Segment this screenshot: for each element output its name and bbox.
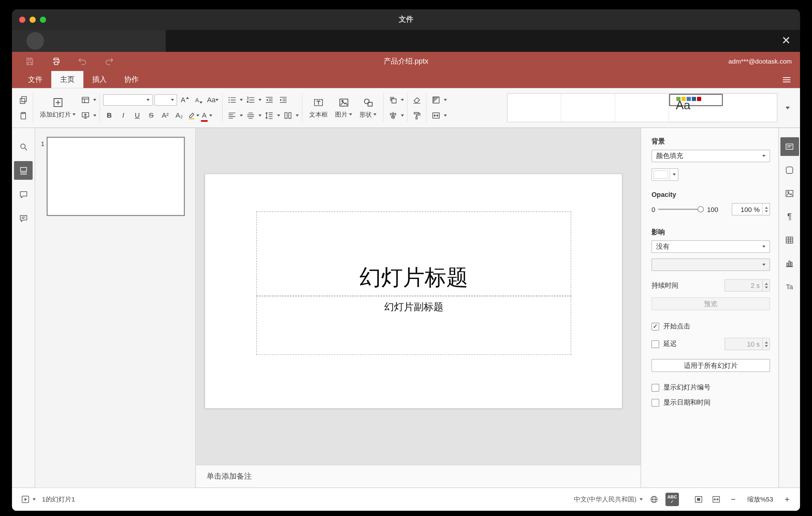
spinner-arrows-icon[interactable] bbox=[762, 338, 770, 350]
strikethrough-icon[interactable]: S bbox=[145, 109, 157, 122]
theme-cell[interactable] bbox=[561, 94, 615, 122]
decrease-font-icon[interactable]: A bbox=[193, 94, 205, 106]
maximize-traffic-light[interactable] bbox=[40, 17, 46, 23]
copy-style-icon[interactable] bbox=[411, 109, 423, 122]
show-slide-number-checkbox[interactable]: 显示幻灯片编号 bbox=[651, 383, 770, 392]
divider bbox=[33, 93, 33, 122]
align-shape-icon[interactable] bbox=[387, 109, 399, 122]
fit-width-icon[interactable] bbox=[710, 493, 722, 506]
italic-icon[interactable]: I bbox=[117, 109, 129, 122]
minimize-traffic-light[interactable] bbox=[30, 17, 36, 23]
show-date-time-checkbox[interactable]: 显示日期和时间 bbox=[651, 398, 770, 407]
fit-slide-icon[interactable] bbox=[692, 493, 705, 506]
paragraph-settings-icon[interactable]: ¶ bbox=[780, 207, 799, 226]
numbering-icon[interactable] bbox=[244, 94, 257, 106]
tab-insert[interactable]: 插入 bbox=[83, 71, 115, 88]
paste-icon[interactable] bbox=[17, 109, 29, 122]
undo-icon[interactable] bbox=[76, 55, 89, 67]
effect-type-select[interactable] bbox=[651, 259, 770, 271]
theme-cell-selected[interactable]: Aa bbox=[669, 94, 723, 106]
insert-textbox-button[interactable]: 文本框 bbox=[306, 96, 331, 120]
menu-icon[interactable] bbox=[781, 74, 793, 86]
bold-icon[interactable]: B bbox=[103, 109, 115, 122]
language-selector[interactable]: 中文(中华人民共和国) bbox=[574, 495, 636, 504]
increase-font-icon[interactable]: A bbox=[179, 94, 191, 106]
theme-cell[interactable] bbox=[508, 94, 561, 122]
print-icon[interactable] bbox=[50, 55, 62, 67]
color-scheme-icon[interactable] bbox=[430, 94, 442, 106]
subscript-icon[interactable]: A₂ bbox=[173, 109, 185, 122]
slides-panel-icon[interactable] bbox=[14, 161, 32, 180]
opacity-slider[interactable] bbox=[658, 205, 704, 213]
font-color-icon[interactable]: A bbox=[201, 109, 213, 122]
vertical-align-icon[interactable] bbox=[244, 109, 257, 122]
clear-style-icon[interactable] bbox=[411, 94, 423, 106]
change-case-icon[interactable]: Aa bbox=[207, 94, 219, 106]
copy-icon[interactable] bbox=[17, 94, 29, 106]
insert-image-button[interactable]: 图片 bbox=[331, 96, 356, 120]
zoom-in-icon[interactable]: + bbox=[781, 494, 793, 505]
spellcheck-icon[interactable]: ABC✓ bbox=[665, 492, 679, 506]
chevron-down-icon bbox=[72, 114, 76, 116]
apply-to-all-slides-button[interactable]: 适用于所有幻灯片 bbox=[651, 359, 770, 372]
start-slideshow-icon[interactable] bbox=[79, 109, 92, 122]
textart-settings-icon[interactable]: Ta bbox=[780, 277, 799, 296]
notes-area[interactable]: 单击添加备注 bbox=[196, 465, 640, 488]
arrange-shape-icon[interactable] bbox=[387, 94, 399, 106]
save-icon[interactable] bbox=[24, 55, 36, 67]
insert-shape-button[interactable]: 形状 bbox=[356, 96, 380, 120]
spinner-arrows-icon[interactable] bbox=[762, 204, 770, 215]
slide-thumbnail[interactable] bbox=[47, 137, 185, 216]
theme-cell[interactable] bbox=[723, 94, 777, 122]
background-fill-select[interactable]: 颜色填充 bbox=[651, 150, 770, 162]
start-on-click-checkbox[interactable]: ✓ 开始点击 bbox=[651, 322, 770, 331]
close-icon[interactable]: ✕ bbox=[778, 33, 794, 48]
increase-indent-icon[interactable] bbox=[277, 94, 289, 106]
textbox-icon bbox=[313, 96, 324, 108]
slide-canvas[interactable]: 幻灯片标题 幻灯片副标题 bbox=[205, 173, 622, 409]
font-name-combo[interactable] bbox=[103, 94, 153, 106]
underline-icon[interactable]: U bbox=[131, 109, 143, 122]
tab-file[interactable]: 文件 bbox=[19, 71, 51, 88]
search-icon[interactable] bbox=[14, 137, 32, 156]
tab-collaboration[interactable]: 协作 bbox=[115, 71, 147, 88]
highlight-color-icon[interactable] bbox=[187, 109, 199, 122]
title-placeholder[interactable]: 幻灯片标题 bbox=[256, 211, 571, 296]
opacity-spinbox[interactable]: 100 % bbox=[732, 203, 770, 216]
font-size-combo[interactable] bbox=[154, 94, 177, 106]
start-slideshow-statusbar-icon[interactable] bbox=[19, 493, 31, 506]
chat-icon[interactable] bbox=[14, 209, 32, 227]
duration-spinbox[interactable]: 2 s bbox=[724, 279, 770, 292]
redo-icon[interactable] bbox=[103, 55, 115, 67]
document-language-icon[interactable] bbox=[648, 493, 660, 506]
effect-select[interactable]: 没有 bbox=[651, 240, 770, 253]
slider-knob[interactable] bbox=[698, 206, 704, 212]
preview-button[interactable]: 预览 bbox=[651, 297, 770, 310]
chevron-down-icon[interactable] bbox=[33, 498, 36, 500]
add-slide-button[interactable]: 添加幻灯片 bbox=[36, 96, 79, 120]
shape-settings-icon[interactable] bbox=[780, 161, 799, 179]
horizontal-align-icon[interactable] bbox=[226, 109, 238, 122]
image-settings-icon[interactable] bbox=[780, 184, 799, 202]
table-settings-icon[interactable] bbox=[780, 231, 799, 249]
zoom-out-icon[interactable]: − bbox=[727, 494, 739, 505]
superscript-icon[interactable]: A² bbox=[159, 109, 171, 122]
background-color-picker[interactable] bbox=[651, 169, 678, 181]
theme-cell[interactable] bbox=[615, 94, 669, 122]
slide-settings-icon[interactable] bbox=[780, 137, 799, 156]
delay-spinbox[interactable]: 10 s bbox=[724, 338, 770, 350]
subtitle-placeholder[interactable]: 幻灯片副标题 bbox=[256, 296, 571, 355]
comments-icon[interactable] bbox=[14, 185, 32, 203]
change-layout-icon[interactable] bbox=[79, 94, 92, 106]
line-spacing-icon[interactable] bbox=[263, 109, 276, 122]
decrease-indent-icon[interactable] bbox=[263, 94, 276, 106]
columns-icon[interactable] bbox=[282, 109, 294, 122]
slide-size-icon[interactable] bbox=[430, 109, 442, 122]
gallery-expand-icon[interactable] bbox=[781, 102, 794, 114]
close-traffic-light[interactable] bbox=[19, 17, 25, 23]
spinner-arrows-icon[interactable] bbox=[762, 280, 770, 291]
delay-checkbox[interactable]: 延迟 bbox=[651, 339, 677, 348]
chart-settings-icon[interactable] bbox=[780, 254, 799, 272]
bullets-icon[interactable] bbox=[226, 94, 238, 106]
tab-home[interactable]: 主页 bbox=[51, 71, 83, 88]
